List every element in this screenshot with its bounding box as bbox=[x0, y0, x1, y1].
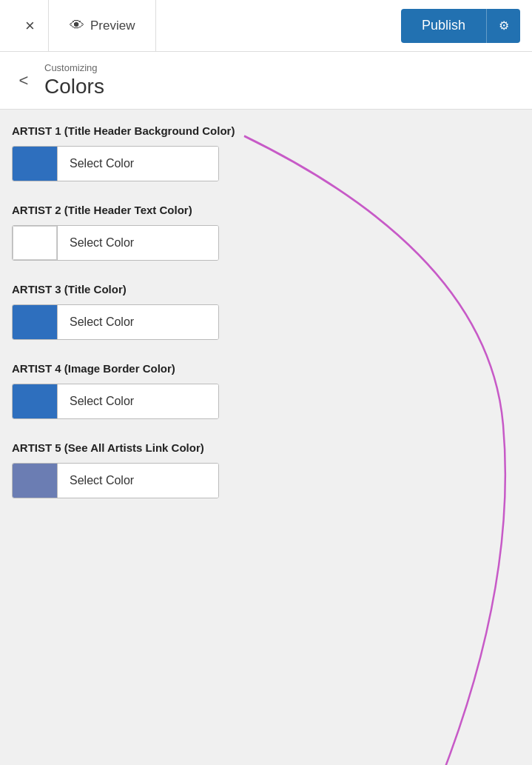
artist3-select-color-label: Select Color bbox=[57, 305, 218, 339]
close-button[interactable]: × bbox=[12, 0, 49, 52]
artist2-swatch bbox=[13, 226, 57, 260]
color-section-artist2: ARTIST 2 (Title Header Text Color)Select… bbox=[12, 204, 520, 261]
artist4-swatch bbox=[13, 384, 57, 418]
artist1-select-color-label: Select Color bbox=[57, 147, 218, 181]
color-section-artist3: ARTIST 3 (Title Color)Select Color bbox=[12, 283, 520, 340]
artist1-swatch bbox=[13, 147, 57, 181]
section-title: Colors bbox=[44, 75, 520, 98]
color-section-artist1: ARTIST 1 (Title Header Background Color)… bbox=[12, 124, 520, 181]
artist4-color-picker[interactable]: Select Color bbox=[12, 384, 219, 419]
artist5-select-color-label: Select Color bbox=[57, 464, 218, 498]
customizing-label: Customizing bbox=[44, 62, 520, 73]
artist3-swatch bbox=[13, 305, 57, 339]
artist4-label: ARTIST 4 (Image Border Color) bbox=[12, 362, 520, 375]
color-section-artist5: ARTIST 5 (See All Artists Link Color)Sel… bbox=[12, 441, 520, 498]
sub-header: < Customizing Colors bbox=[0, 52, 532, 110]
preview-label: Preview bbox=[90, 19, 135, 33]
publish-group: Publish ⚙ bbox=[401, 9, 520, 43]
artist5-label: ARTIST 5 (See All Artists Link Color) bbox=[12, 441, 520, 454]
preview-button[interactable]: 👁 Preview bbox=[49, 0, 156, 52]
artist2-color-picker[interactable]: Select Color bbox=[12, 225, 219, 261]
publish-button[interactable]: Publish bbox=[401, 9, 486, 43]
eye-icon: 👁 bbox=[70, 17, 84, 34]
artist2-label: ARTIST 2 (Title Header Text Color) bbox=[12, 204, 520, 216]
settings-button[interactable]: ⚙ bbox=[486, 9, 520, 43]
artist4-select-color-label: Select Color bbox=[57, 384, 218, 418]
artist5-swatch bbox=[13, 464, 57, 498]
back-button[interactable]: < bbox=[10, 67, 37, 94]
artist1-label: ARTIST 1 (Title Header Background Color) bbox=[12, 124, 520, 137]
content-area: ARTIST 1 (Title Header Background Color)… bbox=[0, 110, 532, 535]
color-section-artist4: ARTIST 4 (Image Border Color)Select Colo… bbox=[12, 362, 520, 419]
artist1-color-picker[interactable]: Select Color bbox=[12, 146, 219, 181]
top-bar: × 👁 Preview Publish ⚙ bbox=[0, 0, 532, 52]
artist3-label: ARTIST 3 (Title Color) bbox=[12, 283, 520, 295]
artist3-color-picker[interactable]: Select Color bbox=[12, 304, 219, 340]
gear-icon: ⚙ bbox=[499, 19, 509, 33]
artist5-color-picker[interactable]: Select Color bbox=[12, 463, 219, 498]
artist2-select-color-label: Select Color bbox=[57, 226, 218, 260]
